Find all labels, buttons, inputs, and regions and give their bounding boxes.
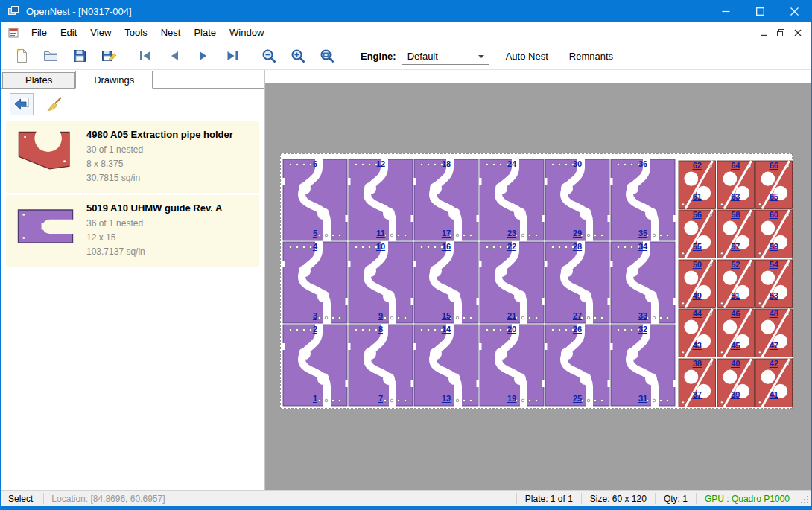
new-button[interactable] [7, 45, 36, 67]
nested-part-pair[interactable]: 4039 [717, 358, 755, 407]
nested-part-pair[interactable]: 43 [282, 241, 348, 324]
part-number: 3 [313, 312, 317, 320]
tab-plates[interactable]: Plates [2, 72, 75, 88]
part-number: 62 [693, 162, 702, 170]
nested-part-pair[interactable]: 2423 [479, 159, 545, 241]
nested-part-pair[interactable]: 1211 [348, 159, 413, 241]
menu-view[interactable]: View [83, 24, 118, 41]
part-number: 18 [442, 160, 451, 168]
nested-part-pair[interactable]: 3635 [610, 159, 676, 241]
part-number: 48 [770, 310, 778, 318]
close-button[interactable] [777, 0, 811, 22]
child-close-button[interactable] [790, 26, 805, 39]
import-drawing-button[interactable] [10, 93, 34, 115]
part-number: 21 [507, 312, 516, 320]
status-mode: Select [1, 494, 43, 504]
menu-edit[interactable]: Edit [54, 24, 83, 41]
nested-part-pair[interactable]: 3433 [610, 241, 676, 324]
zoom-fit-button[interactable] [312, 45, 341, 67]
part-number: 63 [731, 193, 740, 201]
nested-part-pair[interactable]: 4645 [717, 308, 755, 357]
nested-part-pair[interactable]: 6261 [678, 160, 717, 209]
nested-part-pair[interactable]: 3837 [678, 358, 717, 407]
nested-part-pair[interactable]: 6059 [755, 209, 793, 258]
status-gpu: GPU : Quadro P1000 [696, 493, 798, 504]
minimize-button[interactable] [708, 0, 743, 22]
nested-part-pair[interactable]: 5655 [678, 209, 717, 258]
part-number: 42 [770, 360, 778, 368]
nested-part-pair[interactable]: 6463 [717, 160, 755, 209]
zoom-in-button[interactable] [283, 45, 312, 67]
nav-prev-button[interactable] [159, 45, 188, 67]
part-number: 4 [313, 243, 317, 251]
part-number: 39 [731, 391, 740, 399]
part-number: 49 [693, 292, 702, 300]
nested-part-pair[interactable]: 109 [348, 241, 413, 324]
window-title: OpenNest - [N0317-004] [26, 6, 132, 17]
plate[interactable]: 65 1211 1817 2423 [280, 153, 793, 409]
drawing-list-item[interactable]: 4980 A05 Extraction pipe holder30 of 1 n… [6, 121, 259, 193]
remnants-button[interactable]: Remnants [565, 48, 618, 65]
nested-part-pair[interactable]: 87 [348, 324, 413, 407]
nested-part-pair[interactable]: 5251 [717, 259, 755, 308]
part-number: 31 [638, 395, 647, 403]
part-number: 27 [573, 312, 582, 320]
engine-label: Engine: [361, 51, 396, 62]
nested-part-pair[interactable]: 1817 [413, 159, 479, 241]
clear-drawings-button[interactable] [42, 93, 66, 115]
title-bar: OpenNest - [N0317-004] [1, 0, 811, 22]
drawing-nested-count: 36 of 1 nested [86, 217, 256, 231]
drawing-title: 4980 A05 Extraction pipe holder [86, 129, 256, 140]
status-qty: Qty: 1 [655, 493, 696, 504]
resize-grip[interactable] [798, 491, 811, 506]
child-minimize-button[interactable] [756, 26, 771, 39]
menu-tools[interactable]: Tools [118, 24, 153, 41]
menu-plate[interactable]: Plate [187, 24, 223, 41]
engine-select[interactable]: Default [402, 48, 489, 65]
child-window-controls [756, 26, 811, 39]
nav-next-button[interactable] [188, 45, 218, 67]
nested-part-pair[interactable]: 2221 [479, 241, 545, 324]
drawing-area: 30.7815 sq/in [86, 171, 256, 185]
nested-part-pair[interactable]: 1615 [413, 241, 479, 324]
drawings-toolbar [1, 89, 264, 120]
nested-part-pair[interactable]: 5453 [755, 259, 793, 308]
part-number: 59 [770, 243, 778, 251]
nested-part-pair[interactable]: 4443 [678, 308, 717, 357]
part-number: 55 [693, 243, 702, 251]
menu-file[interactable]: File [25, 24, 54, 41]
zoom-out-button[interactable] [254, 45, 283, 67]
nest-canvas[interactable]: 65 1211 1817 2423 [265, 70, 811, 490]
save-as-button[interactable] [94, 45, 123, 67]
tab-drawings[interactable]: Drawings [75, 71, 153, 89]
auto-nest-button[interactable]: Auto Nest [501, 48, 553, 65]
nested-part-pair[interactable]: 6665 [755, 160, 793, 209]
nav-first-button[interactable] [130, 45, 159, 67]
status-location: Location: [84.8696, 60.6957] [43, 493, 165, 504]
nested-part-pair[interactable]: 21 [282, 324, 348, 407]
open-button[interactable] [36, 45, 65, 67]
nested-part-pair[interactable]: 3029 [545, 159, 610, 241]
part-number: 47 [770, 342, 778, 350]
menu-window[interactable]: Window [223, 24, 270, 41]
nav-last-button[interactable] [218, 45, 247, 67]
save-button[interactable] [65, 45, 94, 67]
nested-part-pair[interactable]: 1413 [413, 324, 479, 407]
part-number: 61 [693, 193, 702, 201]
nested-part-pair[interactable]: 65 [282, 159, 348, 241]
nested-part-pair[interactable]: 3231 [610, 324, 676, 407]
nested-part-pair[interactable]: 2827 [545, 241, 610, 324]
drawings-list: 4980 A05 Extraction pipe holder30 of 1 n… [1, 120, 264, 490]
part-number: 6 [313, 160, 317, 168]
nested-part-pair[interactable]: 4847 [755, 308, 793, 357]
menu-nest[interactable]: Nest [154, 24, 188, 41]
drawing-list-item[interactable]: 5019 A10 UHMW guide Rev. A36 of 1 nested… [6, 195, 259, 267]
nested-part-pair[interactable]: 5857 [717, 209, 755, 258]
part-number: 20 [507, 325, 516, 334]
nested-part-pair[interactable]: 5049 [678, 259, 717, 308]
child-restore-button[interactable] [773, 26, 788, 39]
nested-part-pair[interactable]: 2019 [479, 324, 545, 407]
nested-part-pair[interactable]: 2625 [545, 324, 610, 407]
maximize-button[interactable] [743, 0, 777, 22]
nested-part-pair[interactable]: 4241 [755, 358, 793, 407]
